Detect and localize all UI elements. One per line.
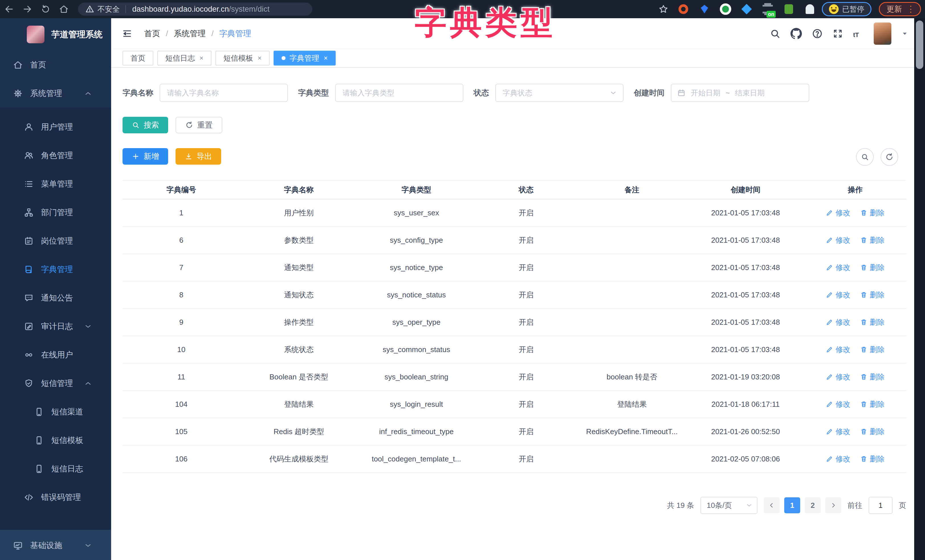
edit-link[interactable]: 修改 (826, 208, 850, 218)
cell-dict-type[interactable]: sys_oper_type (358, 309, 475, 336)
cell-dict-type[interactable]: sys_boolean_string (358, 363, 475, 390)
help-icon[interactable] (812, 28, 823, 39)
sidebar-item-post-management[interactable]: 岗位管理 (0, 227, 111, 255)
export-button[interactable]: 导出 (176, 148, 221, 165)
sidebar-item-sms-channel[interactable]: 短信渠道 (0, 397, 111, 426)
address-bar[interactable]: 不安全 dashboard.yudao.iocoder.cn /system/d… (78, 3, 312, 16)
sidebar-item-menu-management[interactable]: 菜单管理 (0, 170, 111, 198)
edit-link[interactable]: 修改 (826, 372, 850, 382)
delete-link[interactable]: 删除 (860, 317, 884, 327)
search-button[interactable]: 搜索 (122, 117, 168, 133)
ext-blue-diamond-icon[interactable] (740, 3, 753, 15)
scrollbar-thumb[interactable] (916, 21, 923, 69)
browser-home-button[interactable] (55, 1, 73, 17)
edit-link[interactable]: 修改 (826, 454, 850, 464)
github-icon[interactable] (791, 28, 802, 39)
sidebar-item-sms-log[interactable]: 短信日志 (0, 455, 111, 483)
sidebar-item-role-management[interactable]: 角色管理 (0, 141, 111, 170)
bookmark-star-button[interactable] (655, 1, 671, 17)
delete-link[interactable]: 删除 (860, 290, 884, 300)
cell-dict-type[interactable]: sys_notice_type (358, 254, 475, 281)
sidebar-item-user-management[interactable]: 用户管理 (0, 113, 111, 141)
fullscreen-icon[interactable] (833, 29, 843, 39)
edit-link[interactable]: 修改 (826, 235, 850, 245)
ext-green-small-icon[interactable] (782, 3, 795, 15)
breadcrumb-home[interactable]: 首页 (144, 28, 160, 39)
browser-menu-icon[interactable]: ⋮ (907, 6, 915, 12)
ext-green-circle-icon[interactable] (719, 3, 732, 15)
sidebar-item-home[interactable]: 首页 (0, 51, 111, 79)
status-select[interactable]: 字典状态 (495, 84, 624, 102)
page-size-select[interactable]: 10条/页 (701, 497, 758, 514)
ext-list-on-icon[interactable]: on (761, 3, 774, 15)
edit-link[interactable]: 修改 (826, 317, 850, 327)
browser-update-button[interactable]: 更新 ⋮ (879, 2, 921, 16)
sidebar-item-online-users[interactable]: 在线用户 (0, 341, 111, 369)
ext-orange-ring-icon[interactable] (677, 3, 690, 15)
table-search-toggle-button[interactable] (856, 148, 874, 166)
dict-type-input[interactable] (335, 84, 463, 102)
font-size-icon[interactable]: tT (853, 28, 864, 39)
page-button-2[interactable]: 2 (805, 497, 821, 513)
search-icon[interactable] (770, 28, 781, 39)
paused-extension-badge[interactable]: 已暂停 (822, 2, 871, 16)
cell-dict-type[interactable]: sys_user_sex (358, 199, 475, 226)
edit-link[interactable]: 修改 (826, 399, 850, 409)
delete-link[interactable]: 删除 (860, 208, 884, 218)
edit-link[interactable]: 修改 (826, 345, 850, 355)
delete-link[interactable]: 删除 (860, 235, 884, 245)
tab-close-icon[interactable]: × (199, 54, 203, 62)
browser-reload-button[interactable] (36, 1, 55, 17)
tab-close-icon[interactable]: × (324, 54, 328, 62)
ext-ghost-icon[interactable] (804, 3, 816, 15)
tab-首页[interactable]: 首页 (122, 51, 153, 66)
sidebar-item-error-code-management[interactable]: 错误码管理 (0, 483, 111, 512)
breadcrumb-system[interactable]: 系统管理 (174, 28, 206, 39)
page-button-1[interactable]: 1 (784, 497, 800, 513)
trash-icon (860, 291, 868, 298)
next-page-button[interactable] (825, 497, 841, 513)
chevron-down-icon[interactable] (901, 30, 908, 37)
sidebar-item-sms-management[interactable]: 短信管理 (0, 369, 111, 397)
sidebar-item-audit-log[interactable]: 审计日志 (0, 312, 111, 341)
delete-link[interactable]: 删除 (860, 372, 884, 382)
delete-link[interactable]: 删除 (860, 399, 884, 409)
dict-name-input[interactable] (160, 84, 288, 102)
cell-dict-type[interactable]: sys_login_result (358, 390, 475, 418)
cell-dict-type[interactable]: sys_common_status (358, 336, 475, 363)
cell-dict-type[interactable]: sys_config_type (358, 226, 475, 254)
date-range-picker[interactable]: 开始日期 ~ 结束日期 (671, 84, 809, 102)
cell-dict-type[interactable]: inf_redis_timeout_type (358, 418, 475, 445)
browser-forward-button[interactable] (18, 1, 36, 17)
tab-短信模板[interactable]: 短信模板× (215, 51, 270, 66)
sidebar-fold-icon[interactable] (121, 29, 133, 39)
edit-link[interactable]: 修改 (826, 427, 850, 437)
reset-button[interactable]: 重置 (176, 117, 222, 133)
goto-page-input[interactable] (869, 497, 892, 514)
tab-字典管理[interactable]: 字典管理× (274, 51, 336, 66)
delete-link[interactable]: 删除 (860, 427, 884, 437)
prev-page-button[interactable] (764, 497, 780, 513)
sidebar-item-infrastructure[interactable]: 基础设施 (0, 531, 111, 560)
delete-link[interactable]: 删除 (860, 454, 884, 464)
cell-dict-type[interactable]: sys_notice_status (358, 281, 475, 309)
sidebar-item-dept-management[interactable]: 部门管理 (0, 198, 111, 227)
tab-close-icon[interactable]: × (258, 54, 262, 62)
edit-link[interactable]: 修改 (826, 263, 850, 272)
cell-dict-type[interactable]: tool_codegen_template_t... (358, 445, 475, 473)
user-avatar[interactable] (874, 23, 891, 45)
sidebar-item-dict-management[interactable]: 字典管理 (0, 255, 111, 284)
edit-link[interactable]: 修改 (826, 290, 850, 300)
sidebar-item-system-management[interactable]: 系统管理 (0, 79, 111, 108)
browser-back-button[interactable] (0, 1, 18, 17)
delete-link[interactable]: 删除 (860, 345, 884, 355)
add-button[interactable]: 新增 (122, 148, 168, 165)
table-refresh-button[interactable] (881, 148, 898, 166)
ext-blue-gem-icon[interactable] (698, 3, 711, 15)
tab-短信日志[interactable]: 短信日志× (157, 51, 211, 66)
delete-link[interactable]: 删除 (860, 263, 884, 272)
gear-icon (13, 89, 23, 98)
page-scrollbar[interactable] (914, 18, 925, 560)
sidebar-item-notice-announcement[interactable]: 通知公告 (0, 284, 111, 312)
sidebar-item-sms-template[interactable]: 短信模板 (0, 426, 111, 455)
